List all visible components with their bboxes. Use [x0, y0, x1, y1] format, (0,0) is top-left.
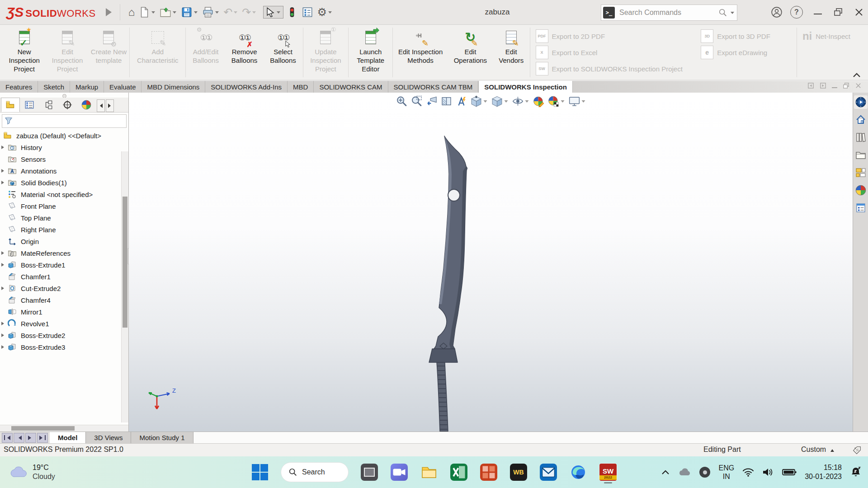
view-palette-button[interactable]: [854, 166, 868, 179]
ribbon-collapse-chevron[interactable]: [853, 73, 861, 77]
tree-filter-box[interactable]: [2, 114, 127, 128]
minimize-button[interactable]: [814, 14, 822, 15]
model-zabuza-sword[interactable]: [129, 93, 853, 432]
units-selector[interactable]: Custom: [801, 446, 834, 454]
add-characteristic-button[interactable]: ✎ Add Characteristic: [131, 25, 184, 80]
help-button[interactable]: ?: [790, 6, 803, 19]
battery-icon[interactable]: [782, 468, 797, 476]
menu-expand-arrow-icon[interactable]: [106, 8, 112, 16]
tab-markup[interactable]: Markup: [70, 81, 104, 93]
tree-item-history[interactable]: History: [0, 141, 128, 153]
panel-grip[interactable]: [58, 94, 70, 97]
tab-motion-study-1[interactable]: Motion Study 1: [131, 432, 193, 443]
expand-arrow-icon[interactable]: [0, 263, 7, 267]
export-2d-pdf-button[interactable]: PDF Export to 2D PDF: [536, 29, 694, 43]
restore-button[interactable]: [834, 8, 843, 17]
tree-item-boss-extrude1[interactable]: Boss-Extrude1: [0, 259, 128, 271]
remove-balloons-button[interactable]: ①① ✗ Remove Balloons: [225, 25, 264, 80]
tree-horizontal-scrollbar[interactable]: [0, 425, 129, 432]
tab-3d-views[interactable]: 3D Views: [86, 432, 131, 443]
edit-operations-button[interactable]: ↻ ✎ Edit Operations: [447, 25, 494, 80]
tree-item-mirror1[interactable]: Mirror1: [0, 306, 128, 318]
search-dropdown-caret[interactable]: [731, 12, 734, 16]
search-commands-input[interactable]: [618, 8, 718, 17]
language-switcher[interactable]: ENG IN: [718, 464, 734, 481]
tab-solidworks-inspection[interactable]: SOLIDWORKS Inspection: [478, 81, 573, 93]
tree-item-chamfer4[interactable]: Chamfer4: [0, 294, 128, 306]
expand-arrow-icon[interactable]: [0, 286, 7, 290]
edit-inspection-project-button[interactable]: ✎ Edit Inspection Project: [46, 25, 89, 80]
outlook-icon[interactable]: [539, 463, 557, 481]
tree-item-material[interactable]: Material <not specified>: [0, 188, 128, 200]
tags-icon[interactable]: [852, 445, 862, 455]
rebuild-button[interactable]: [285, 5, 299, 19]
open-button[interactable]: [159, 5, 178, 19]
panel-tab-scroll-left[interactable]: [97, 99, 105, 112]
last-tab-button[interactable]: [37, 433, 48, 443]
dropdown-caret[interactable]: [234, 11, 237, 15]
settings-button[interactable]: ⚙: [316, 5, 334, 19]
tab-property-manager[interactable]: [20, 98, 39, 112]
tree-item-front-plane[interactable]: Front Plane: [0, 200, 128, 212]
viewport-minimize-button[interactable]: [832, 87, 837, 88]
dropdown-caret[interactable]: [215, 11, 219, 15]
tree-item-matereferences[interactable]: MateReferences: [0, 247, 128, 259]
viewport-close-button[interactable]: [855, 82, 862, 89]
tab-mbd[interactable]: MBD: [288, 81, 314, 93]
custom-properties-button[interactable]: [854, 201, 868, 215]
expand-arrow-icon[interactable]: [0, 145, 7, 149]
add-edit-balloons-button[interactable]: ①① ⚙ Add/Edit Balloons: [187, 25, 224, 80]
tab-solidworks-add-ins[interactable]: SOLIDWORKS Add-Ins: [205, 81, 288, 93]
options-list-button[interactable]: [301, 5, 314, 19]
tree-item-origin[interactable]: Origin: [0, 235, 128, 247]
volume-icon[interactable]: [762, 467, 774, 477]
app-window-icon[interactable]: [360, 463, 378, 481]
tray-expand-chevron[interactable]: [661, 469, 670, 475]
teams-chat-icon[interactable]: [390, 463, 408, 481]
expand-arrow-icon[interactable]: [0, 251, 7, 255]
onedrive-cloud-icon[interactable]: [678, 467, 691, 477]
tab-model[interactable]: Model: [50, 432, 86, 443]
tab-configuration-manager[interactable]: [39, 98, 58, 112]
select-balloons-button[interactable]: ①① Select Balloons: [264, 25, 302, 80]
expand-arrow-icon[interactable]: [0, 169, 7, 173]
tree-item-sensors[interactable]: Sensors: [0, 153, 128, 165]
expand-arrow-icon[interactable]: [0, 322, 7, 325]
export-3d-pdf-button[interactable]: 3D Export to 3D PDF: [701, 29, 793, 43]
tree-item-revolve1[interactable]: Revolve1: [0, 318, 128, 329]
edit-vendors-button[interactable]: ✎ Edit Vendors: [494, 25, 529, 80]
tree-item-boss-extrude3[interactable]: Boss-Extrude3: [0, 341, 128, 353]
taskbar-search[interactable]: Search: [281, 462, 349, 482]
expand-arrow-icon[interactable]: [0, 345, 7, 349]
export-sw-inspection-button[interactable]: SW Export to SOLIDWORKS Inspection Proje…: [536, 62, 694, 75]
tab-solidworks-cam[interactable]: SOLIDWORKS CAM: [314, 81, 388, 93]
file-explorer-icon[interactable]: [420, 463, 438, 481]
first-tab-button[interactable]: [2, 433, 13, 443]
pane-next-icon[interactable]: [820, 82, 826, 89]
undo-button[interactable]: ↶: [222, 5, 239, 19]
wifi-icon[interactable]: [742, 467, 754, 477]
design-library-button[interactable]: [854, 131, 868, 144]
select-tool-button[interactable]: [263, 6, 283, 19]
graphics-viewport[interactable]: Z: [129, 93, 853, 432]
tab-featuremanager-tree[interactable]: [1, 98, 20, 112]
export-excel-button[interactable]: X Export to Excel: [536, 46, 694, 59]
tray-app-icon[interactable]: [699, 467, 710, 478]
panel-tab-scroll-right[interactable]: [106, 99, 114, 112]
tree-item-right-plane[interactable]: Right Plane: [0, 224, 128, 235]
clock-widget[interactable]: 15:18 30-01-2023: [805, 463, 842, 481]
tab-sketch[interactable]: Sketch: [38, 81, 70, 93]
wb-app-icon[interactable]: WB: [509, 463, 528, 481]
dropdown-caret[interactable]: [328, 11, 332, 15]
tab-evaluate[interactable]: Evaluate: [104, 81, 142, 93]
start-button[interactable]: [251, 463, 269, 481]
new-inspection-project-button[interactable]: ✓ ★ New Inspection Project: [3, 25, 46, 80]
tree-item-chamfer1[interactable]: Chamfer1: [0, 271, 128, 282]
export-edrawing-button[interactable]: e Export eDrawing: [701, 46, 793, 59]
search-icon[interactable]: [718, 8, 727, 17]
next-tab-button[interactable]: [25, 433, 36, 443]
viewport-restore-button[interactable]: [843, 82, 849, 89]
edit-inspection-methods-button[interactable]: ✎ Edit Inspection Methods: [394, 25, 447, 80]
appearances-scenes-button[interactable]: [854, 183, 868, 197]
solidworks-app-icon[interactable]: SW 2022: [599, 463, 617, 481]
